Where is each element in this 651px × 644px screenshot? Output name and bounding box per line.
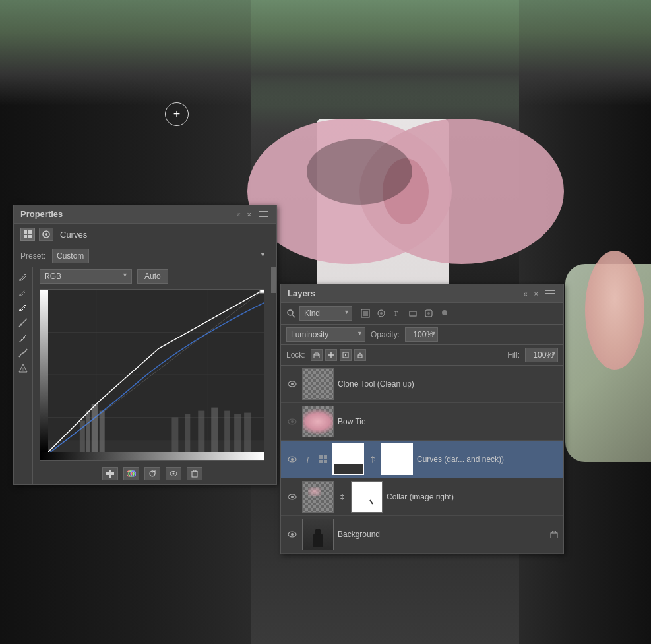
layer-thumbnail-bowtie	[302, 406, 334, 437]
properties-tab-circle[interactable]	[39, 228, 53, 241]
layers-header: Layers « ×	[281, 284, 563, 303]
kind-filter-row: Kind ▼ T	[281, 303, 563, 325]
svg-rect-65	[319, 455, 323, 459]
lock-all-btn[interactable]	[354, 349, 366, 361]
reset-btn[interactable]	[144, 467, 160, 480]
svg-point-60	[291, 383, 294, 385]
cycle-channels-btn[interactable]	[123, 467, 139, 480]
eyedropper-dark-tool[interactable]	[16, 271, 30, 284]
properties-title: Properties	[20, 209, 63, 219]
layers-menu-btn[interactable]	[543, 288, 557, 298]
svg-rect-51	[410, 311, 416, 316]
kind-select[interactable]: Kind	[299, 306, 352, 321]
filter-smartobject-icon[interactable]	[422, 307, 435, 320]
properties-collapse-btn[interactable]: «	[235, 210, 241, 218]
layer-item-background[interactable]: Background	[281, 516, 563, 554]
layer-visibility-collar[interactable]	[286, 491, 298, 503]
properties-close-btn[interactable]: ×	[246, 210, 253, 218]
add-point-btn[interactable]	[102, 467, 118, 480]
layer-visibility-curves[interactable]	[286, 453, 298, 465]
svg-rect-43	[192, 472, 197, 477]
fill-container: ▼	[525, 348, 558, 362]
layer-thumbnail-clone	[302, 368, 334, 400]
opacity-input[interactable]	[405, 327, 438, 342]
channel-select-container: RGB Red Green Blue ▼	[40, 269, 132, 284]
svg-rect-37	[106, 472, 114, 475]
filter-adjustment-icon[interactable]	[375, 307, 388, 320]
svg-point-42	[172, 473, 174, 475]
layers-collapse-btn[interactable]: «	[522, 288, 528, 298]
lock-position-btn[interactable]	[325, 349, 337, 361]
svg-text:!: !	[22, 367, 24, 371]
layer-item-clone-tool[interactable]: Clone Tool (Clean up)	[281, 366, 563, 403]
svg-point-54	[442, 310, 447, 315]
preset-select[interactable]: Custom Default	[52, 249, 89, 263]
svg-point-13	[20, 324, 22, 326]
properties-panel-header: Properties « ×	[14, 205, 276, 224]
svg-rect-4	[24, 230, 27, 234]
svg-point-62	[291, 420, 294, 423]
layer-item-collar[interactable]: Collar (image right)	[281, 478, 563, 516]
lock-pixels-btn[interactable]	[311, 349, 323, 361]
curves-label: Curves	[60, 230, 87, 240]
background-lock-icon	[550, 529, 558, 540]
lock-label: Lock:	[286, 350, 305, 360]
channel-select[interactable]: RGB Red Green Blue	[40, 269, 132, 284]
svg-rect-66	[324, 455, 327, 459]
layer-fx-icon: ƒ	[302, 453, 314, 465]
layers-title: Layers	[288, 288, 315, 298]
layers-close-btn[interactable]: ×	[533, 288, 540, 298]
smooth-tool[interactable]	[16, 346, 30, 360]
preset-select-container: Custom Default ▼	[52, 249, 270, 263]
svg-rect-34	[260, 290, 264, 293]
delete-btn[interactable]	[187, 467, 202, 480]
svg-point-10	[19, 279, 21, 281]
curves-graph[interactable]	[40, 289, 264, 461]
preset-row: Preset: Custom Default ▼	[14, 245, 276, 267]
layer-visibility-bowtie[interactable]	[286, 416, 298, 428]
layer-name-clone: Clone Tool (Clean up)	[338, 379, 558, 389]
auto-button[interactable]: Auto	[137, 269, 168, 284]
opacity-container: ▼	[405, 327, 438, 342]
filter-icons-row: T	[359, 307, 451, 320]
svg-rect-58	[358, 355, 362, 358]
layer-mask-curves	[381, 443, 413, 475]
svg-point-3	[307, 139, 412, 205]
search-icon	[286, 309, 295, 318]
svg-point-44	[288, 310, 293, 315]
layer-name-background: Background	[338, 530, 546, 539]
layer-item-curves[interactable]: ƒ Curves (dar... and neck))	[281, 441, 563, 478]
filter-dot-icon[interactable]	[438, 307, 451, 320]
svg-point-49	[380, 312, 383, 315]
eyedropper-light-tool[interactable]	[16, 301, 30, 314]
eyedropper-gray-tool[interactable]	[16, 286, 30, 299]
svg-rect-68	[324, 460, 327, 463]
filter-type-icon[interactable]: T	[390, 307, 404, 320]
preview-btn[interactable]	[166, 467, 181, 480]
blend-mode-row: Luminosity Normal Multiply Screen ▼ Opac…	[281, 325, 563, 345]
layer-visibility-clone[interactable]	[286, 378, 298, 390]
layer-mask-collar	[351, 481, 383, 513]
lock-artboard-btn[interactable]	[340, 349, 352, 361]
svg-point-11	[19, 294, 21, 296]
properties-tab-grid[interactable]	[20, 228, 35, 241]
properties-panel: Properties « × Curves Preset: Custom Def…	[13, 205, 277, 485]
blend-mode-select[interactable]: Luminosity Normal Multiply Screen	[286, 327, 365, 342]
lock-icons-group	[311, 349, 366, 361]
layer-visibility-bg[interactable]	[286, 529, 298, 540]
fill-input[interactable]	[525, 348, 558, 362]
filter-pixel-icon[interactable]	[359, 307, 372, 320]
pencil-tool[interactable]	[16, 331, 30, 344]
layer-item-bowtie[interactable]: Bow Tie	[281, 403, 563, 441]
svg-rect-47	[363, 311, 368, 316]
curve-point-tool[interactable]	[16, 316, 30, 329]
layer-name-bowtie: Bow Tie	[338, 417, 558, 426]
opacity-label: Opacity:	[371, 330, 400, 339]
filter-shape-icon[interactable]	[406, 307, 419, 320]
svg-point-53	[427, 312, 430, 315]
blend-select-container: Luminosity Normal Multiply Screen ▼	[286, 327, 365, 342]
svg-rect-67	[319, 460, 323, 463]
svg-rect-7	[28, 235, 32, 238]
kind-select-container: Kind ▼	[299, 306, 352, 321]
properties-menu-btn[interactable]	[257, 209, 270, 219]
